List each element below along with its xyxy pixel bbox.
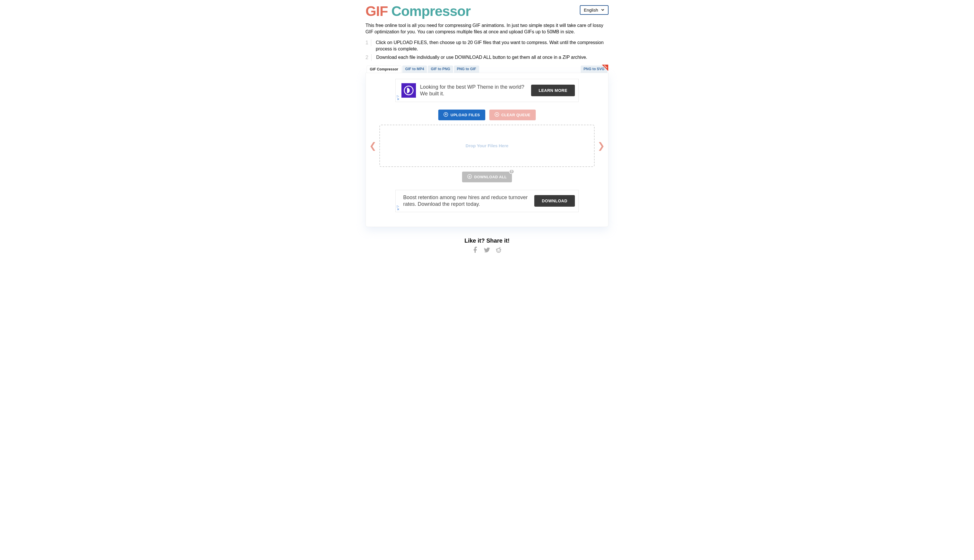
ad-banner-1[interactable]: ▷ ✕ Looking for the best WP Theme in the… <box>395 79 579 102</box>
ad-close-icon[interactable]: ✕ <box>397 208 399 211</box>
next-arrow-icon[interactable]: ❯ <box>596 141 606 151</box>
divi-logo-icon <box>401 83 416 98</box>
download-label: DOWNLOAD ALL <box>474 175 507 179</box>
upload-icon <box>443 112 448 118</box>
svg-point-7 <box>500 249 501 250</box>
tabs: GIF Compressor GIF to MP4 GIF to PNG PNG… <box>366 65 608 73</box>
ad-download-button[interactable]: DOWNLOAD <box>534 195 575 207</box>
intro-text: This free online tool is all you need fo… <box>366 22 608 35</box>
language-selected: English <box>584 8 598 12</box>
logo-part-1: GIF <box>366 3 388 19</box>
ad-learn-more-button[interactable]: LEARN MORE <box>531 85 575 96</box>
tab-gif-to-mp4[interactable]: GIF to MP4 <box>402 65 427 73</box>
ad-text: Looking for the best WP Theme in the wor… <box>420 84 527 97</box>
prev-arrow-icon[interactable]: ❮ <box>368 141 378 151</box>
share-icons <box>366 247 608 255</box>
download-count-badge: 0 <box>509 169 514 174</box>
ad-close-icon[interactable]: ✕ <box>397 97 399 101</box>
clear-label: CLEAR QUEUE <box>501 113 531 117</box>
dropzone[interactable]: Drop Your Files Here <box>379 125 595 167</box>
tab-gif-compressor[interactable]: GIF Compressor <box>367 65 401 73</box>
svg-point-4 <box>496 248 501 252</box>
facebook-icon[interactable] <box>472 247 479 255</box>
step-2: 2 Download each file individually or use… <box>366 54 608 61</box>
upload-label: UPLOAD FILES <box>451 113 480 117</box>
tab-gif-to-png[interactable]: GIF to PNG <box>428 65 453 73</box>
logo-part-2: Compressor <box>391 3 471 19</box>
step-number: 1 <box>366 39 371 46</box>
action-row: UPLOAD FILES CLEAR QUEUE <box>368 110 606 120</box>
ad-text: Boost retention among new hires and redu… <box>403 194 530 208</box>
download-icon <box>467 174 472 180</box>
upload-files-button[interactable]: UPLOAD FILES <box>438 110 485 120</box>
svg-point-6 <box>499 250 500 250</box>
main-panel: ▷ ✕ Looking for the best WP Theme in the… <box>366 73 608 227</box>
tabs-left: GIF Compressor GIF to MP4 GIF to PNG PNG… <box>367 65 479 73</box>
share-title: Like it? Share it! <box>366 237 608 244</box>
tab-png-to-svg[interactable]: PNG to SVG NEW <box>581 65 607 73</box>
twitter-icon[interactable] <box>483 247 491 255</box>
header: GIF Compressor English <box>366 4 608 18</box>
drop-row: ❮ Drop Your Files Here ❯ <box>368 125 606 167</box>
dropzone-text: Drop Your Files Here <box>466 143 508 148</box>
chevron-down-icon <box>601 8 605 12</box>
clear-icon <box>495 112 499 118</box>
download-row: DOWNLOAD ALL 0 <box>368 172 606 182</box>
language-select[interactable]: English <box>580 5 608 15</box>
step-1: 1 Click on UPLOAD FILES, then choose up … <box>366 39 608 52</box>
steps-list: 1 Click on UPLOAD FILES, then choose up … <box>366 39 608 61</box>
svg-point-5 <box>498 250 498 250</box>
ad-banner-2[interactable]: ▷ ✕ Boost retention among new hires and … <box>395 190 579 212</box>
step-text: Download each file individually or use D… <box>376 54 587 61</box>
step-text: Click on UPLOAD FILES, then choose up to… <box>376 39 608 52</box>
tab-png-to-gif[interactable]: PNG to GIF <box>454 65 479 73</box>
svg-point-8 <box>496 249 497 250</box>
logo: GIF Compressor <box>366 4 471 18</box>
step-number: 2 <box>366 54 372 61</box>
reddit-icon[interactable] <box>495 247 502 255</box>
clear-queue-button[interactable]: CLEAR QUEUE <box>490 110 536 120</box>
download-all-button[interactable]: DOWNLOAD ALL 0 <box>462 172 512 182</box>
